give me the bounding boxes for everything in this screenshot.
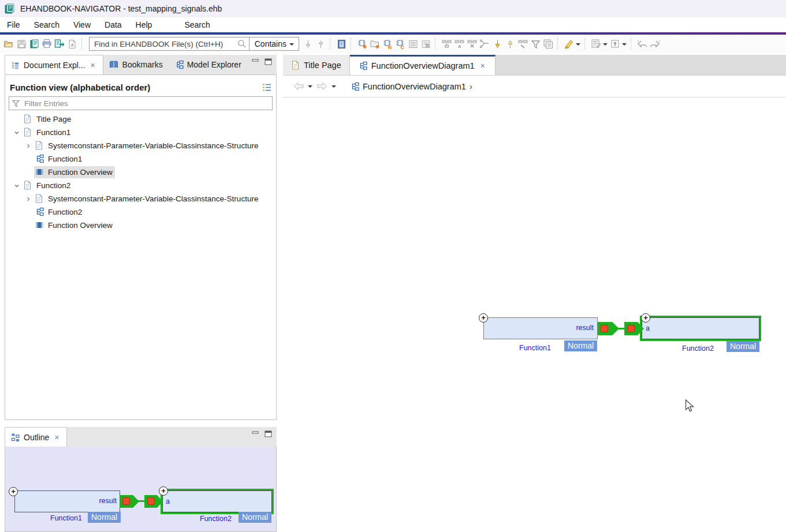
- tree-item-function1[interactable]: Function1: [5, 126, 276, 139]
- back-history-caret-icon[interactable]: [308, 85, 312, 90]
- open-parent-diagram-icon[interactable]: [609, 38, 621, 50]
- contains-dropdown[interactable]: Contains: [249, 38, 299, 50]
- duplicate-view-icon[interactable]: [542, 38, 554, 50]
- save-icon[interactable]: [15, 38, 28, 50]
- close-icon[interactable]: [479, 61, 487, 70]
- tree-item-function1-diagram[interactable]: Function1: [5, 152, 276, 166]
- add-function-overview-icon[interactable]: [356, 38, 368, 50]
- print-icon[interactable]: [40, 38, 53, 50]
- annotation-list-icon[interactable]: [590, 38, 602, 50]
- forward-arrow-icon[interactable]: [317, 82, 327, 91]
- function-view-body: Function view (alphabetical order) Title…: [5, 74, 277, 420]
- add-comment-icon[interactable]: C: [394, 38, 407, 50]
- tree-item-function-overview2[interactable]: Function Overview: [5, 219, 276, 232]
- tab-document-explorer[interactable]: Document Expl...: [5, 55, 103, 74]
- navigate-back-icon[interactable]: [636, 38, 649, 50]
- function2-block-outline[interactable]: a: [161, 489, 274, 514]
- tree-item-structure1[interactable]: Systemconstant-Parameter-Variable-Classi…: [5, 139, 276, 152]
- tree-item-title-page[interactable]: Title Page: [5, 113, 276, 126]
- back-arrow-icon[interactable]: [293, 82, 304, 91]
- function-diagram-icon: [350, 82, 359, 91]
- expand-chevron-icon[interactable]: [14, 130, 20, 136]
- tree-item-function2[interactable]: Function2: [5, 179, 276, 192]
- show-in-document-icon[interactable]: [335, 38, 348, 50]
- function1-caption[interactable]: Function1: [519, 344, 551, 352]
- search-result-down-icon[interactable]: [301, 38, 314, 50]
- editor-area: Title Page FunctionOverviewDiagram1 Func…: [283, 55, 786, 532]
- diagram-tools-icon[interactable]: [516, 38, 529, 50]
- export-data-icon[interactable]: [504, 38, 516, 50]
- list-view-icon[interactable]: [407, 38, 419, 50]
- tab-label: Document Expl...: [24, 61, 85, 70]
- chevron-down-icon[interactable]: [576, 43, 580, 48]
- menu-search-right[interactable]: Search: [177, 19, 217, 31]
- tab-outline[interactable]: Outline: [5, 427, 67, 447]
- collapse-group-icon[interactable]: [440, 38, 453, 50]
- open-handbook-icon[interactable]: [28, 38, 40, 50]
- signal-marker[interactable]: [627, 325, 635, 332]
- menu-search[interactable]: Search: [27, 19, 66, 31]
- menu-data[interactable]: Data: [98, 19, 129, 31]
- signal-marker[interactable]: [122, 497, 130, 505]
- import-data-icon[interactable]: [491, 38, 504, 50]
- expand-block-button[interactable]: [159, 486, 168, 496]
- chevron-down-icon[interactable]: [622, 43, 627, 48]
- tree-item-function-overview1[interactable]: Function Overview: [5, 166, 276, 179]
- find-input[interactable]: [90, 40, 237, 48]
- menu-view[interactable]: View: [66, 19, 98, 31]
- expand-block-button[interactable]: [641, 313, 650, 323]
- function1-block[interactable]: result: [483, 317, 598, 339]
- collapse-chevron-icon[interactable]: [25, 196, 31, 202]
- export-pdf-icon[interactable]: [66, 38, 79, 50]
- function2-caption[interactable]: Function2: [682, 344, 714, 353]
- expand-block-button[interactable]: [9, 487, 18, 496]
- add-note-icon[interactable]: N: [381, 38, 394, 50]
- output-port[interactable]: [120, 495, 139, 508]
- tree-item-function2-diagram[interactable]: Function2: [5, 205, 276, 219]
- minimize-view-icon[interactable]: [252, 58, 259, 65]
- menu-file[interactable]: File: [0, 19, 27, 31]
- toolbar-separator: [81, 38, 85, 50]
- add-folder-icon[interactable]: [368, 38, 381, 50]
- outline-canvas[interactable]: result a Function1 Normal Function2 Norm…: [5, 447, 277, 532]
- navigate-forward-icon[interactable]: [649, 38, 661, 50]
- split-signal-icon[interactable]: [478, 38, 491, 50]
- function2-block[interactable]: a: [640, 316, 761, 341]
- menu-help[interactable]: Help: [129, 19, 159, 31]
- collapse-all-icon[interactable]: A: [453, 38, 465, 50]
- document-icon: [23, 128, 33, 137]
- export-handbook-icon[interactable]: [53, 38, 66, 50]
- maximize-view-icon[interactable]: [265, 58, 272, 65]
- tab-model-explorer[interactable]: Model Explorer: [169, 55, 247, 74]
- open-file-icon[interactable]: [2, 38, 15, 50]
- close-icon[interactable]: [89, 61, 97, 70]
- minimize-view-icon[interactable]: [252, 430, 259, 437]
- expand-block-button[interactable]: [479, 313, 488, 323]
- close-icon[interactable]: [53, 433, 61, 442]
- collapse-chevron-icon[interactable]: [25, 143, 31, 149]
- search-icon[interactable]: [237, 39, 247, 49]
- signal-marker[interactable]: [147, 497, 155, 505]
- highlighter-icon[interactable]: [563, 38, 575, 50]
- signal-marker[interactable]: [601, 325, 608, 332]
- toolbar-separator: [584, 38, 588, 50]
- function1-block-outline[interactable]: result: [14, 490, 120, 512]
- expand-chevron-icon[interactable]: [14, 183, 20, 189]
- remove-group-icon[interactable]: [465, 38, 478, 50]
- tab-bookmarks[interactable]: Bookmarks: [103, 55, 169, 74]
- clear-list-icon[interactable]: [419, 38, 432, 50]
- output-port[interactable]: [598, 322, 619, 335]
- tree-item-structure2[interactable]: Systemconstant-Parameter-Variable-Classi…: [5, 192, 276, 205]
- chevron-down-icon[interactable]: [603, 43, 608, 48]
- filter-icon[interactable]: [529, 38, 542, 50]
- view-menu-icon[interactable]: [262, 83, 271, 92]
- diagram-canvas[interactable]: result a Function1 Normal Function2 Norm…: [283, 98, 786, 532]
- forward-history-caret-icon[interactable]: [331, 85, 336, 90]
- maximize-view-icon[interactable]: [265, 430, 272, 437]
- breadcrumb-item[interactable]: FunctionOverviewDiagram1: [363, 81, 472, 91]
- search-result-up-icon[interactable]: [314, 38, 327, 50]
- svg-text:C: C: [400, 44, 404, 50]
- filter-entries-input[interactable]: [23, 99, 272, 108]
- tab-title-page[interactable]: Title Page: [283, 55, 350, 75]
- tab-function-overview-diagram1[interactable]: FunctionOverviewDiagram1: [350, 55, 496, 75]
